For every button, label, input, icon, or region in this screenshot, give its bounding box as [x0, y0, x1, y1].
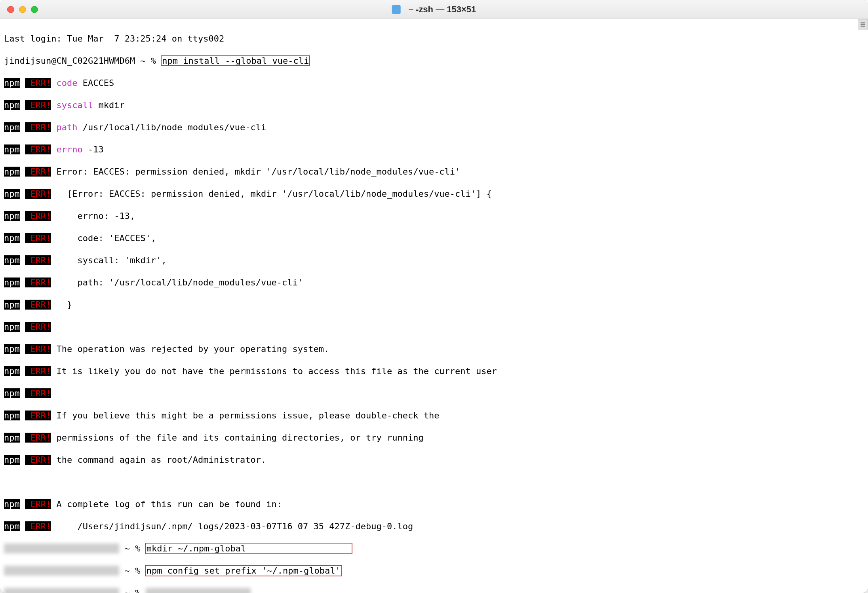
scrollbar-grip[interactable] — [858, 19, 868, 30]
err-path: npm ERR! path /usr/local/lib/node_module… — [4, 122, 864, 133]
err-code: npm ERR! code code EACCES EACCES — [4, 78, 864, 89]
err-perm1: npm ERR! If you believe this might be a … — [4, 410, 864, 421]
err-os1: npm ERR! The operation was rejected by y… — [4, 344, 864, 355]
err-l2: npm ERR! [Error: EACCES: permission deni… — [4, 188, 864, 200]
terminal-body[interactable]: Last login: Tue Mar 7 23:25:24 on ttys00… — [0, 19, 868, 593]
cmd-config-box: npm config set prefix '~/.npm-global' — [146, 566, 341, 576]
last-login: Last login: Tue Mar 7 23:25:24 on ttys00… — [4, 33, 864, 44]
err-code-mag: code — [51, 78, 77, 88]
err-l1: npm ERR! Error: EACCES: permission denie… — [4, 166, 864, 177]
cmd-config: ~ % ~ % npm config set prefix '~/.npm-gl… — [4, 565, 864, 576]
title-suffix: – -zsh — 153×51 — [409, 4, 476, 15]
err-l4: npm ERR! code: 'EACCES', — [4, 233, 864, 244]
svg-rect-2 — [860, 26, 865, 27]
traffic-lights — [7, 6, 38, 13]
err-perm3: npm ERR! the command again as root/Admin… — [4, 454, 864, 466]
err-l6: npm ERR! path: '/usr/local/lib/node_modu… — [4, 277, 864, 288]
err-log1: npm ERR! A complete log of this run can … — [4, 499, 864, 510]
err-perm2: npm ERR! permissions of the file and its… — [4, 432, 864, 443]
prompt: jindijsun@CN_C02G21HWMD6M ~ % — [4, 56, 161, 66]
err-syscall: npm ERR! syscall mkdir — [4, 100, 864, 111]
titlebar: – -zsh — 153×51 — [0, 0, 868, 19]
cmd-install-1: npm install --global vue-cli — [161, 56, 310, 66]
blur-row-1: ~ % ~ % — [4, 587, 864, 593]
svg-rect-0 — [860, 22, 865, 23]
err-log2: npm ERR! /Users/jindijsun/.npm/_logs/202… — [4, 521, 864, 532]
cmd-mkdir-box: mkdir ~/.npm-global — [146, 544, 352, 553]
prompt-line-1: jindijsun@CN_C02G21HWMD6M ~ % npm instal… — [4, 55, 864, 67]
err-blank: npm ERR! — [4, 321, 864, 333]
cmd-mkdir: ~ % ~ % mkdir ~/.npm-global — [4, 543, 864, 554]
err-l7: npm ERR! } — [4, 299, 864, 310]
window-title: – -zsh — 153×51 — [392, 4, 476, 15]
app-icon — [392, 5, 401, 14]
err-blank2: npm ERR! — [4, 388, 864, 399]
err-l5: npm ERR! syscall: 'mkdir', — [4, 255, 864, 266]
err-os2: npm ERR! It is likely you do not have th… — [4, 366, 864, 377]
svg-rect-1 — [860, 24, 865, 25]
err-l3: npm ERR! errno: -13, — [4, 211, 864, 222]
err-errno: npm ERR! errno -13 — [4, 144, 864, 155]
maximize-icon[interactable] — [31, 6, 38, 13]
close-icon[interactable] — [7, 6, 14, 13]
blank-row — [4, 477, 864, 488]
terminal-window: – -zsh — 153×51 Last login: Tue Mar 7 23… — [0, 0, 868, 593]
minimize-icon[interactable] — [19, 6, 26, 13]
